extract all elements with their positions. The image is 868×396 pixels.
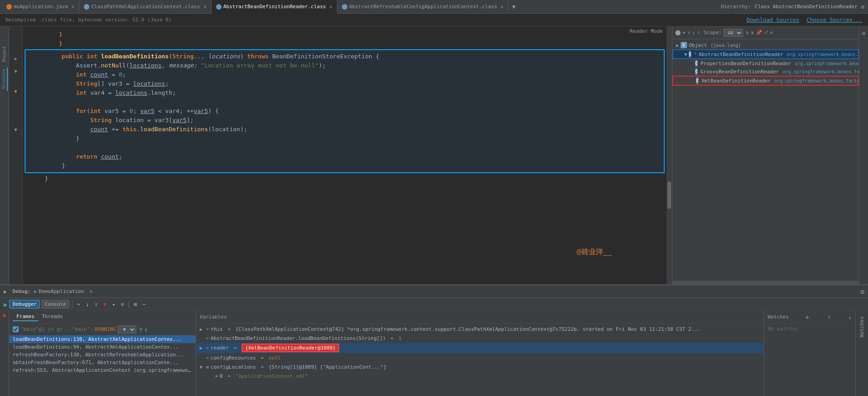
frame-item[interactable]: loadBeanDefinitions:130, AbstractXmlAppl… — [9, 335, 196, 343]
tree-package: org.springframework.beans.factor... — [783, 69, 859, 74]
expand-watches-icon[interactable]: ⇑ — [827, 314, 831, 320]
var-name: configLocations — [211, 364, 256, 370]
code-line: Assert.notNull(locations, message: "Loca… — [26, 61, 664, 70]
frames-tab[interactable]: Frames — [13, 313, 38, 321]
pin-icon[interactable]: 📌 — [756, 30, 762, 36]
expand-panel-icon[interactable]: ⤢ — [764, 30, 768, 36]
code-scrollbar[interactable] — [666, 26, 672, 284]
code-line — [26, 143, 664, 152]
expand-all-icon[interactable]: ⇑ — [697, 30, 700, 36]
tree-package: (java.lang) — [711, 43, 741, 48]
variables-header: Variables — [196, 311, 764, 324]
expand-icon: ▶ — [200, 327, 204, 332]
line-number — [26, 39, 45, 48]
console-tab[interactable]: Console — [41, 300, 69, 309]
scope-select[interactable]: All — [723, 29, 743, 37]
tab-moApplication[interactable]: moApplication.java ✕ — [2, 0, 79, 14]
watches-side-label[interactable]: Watches — [858, 313, 866, 341]
thread-checkbox[interactable] — [13, 326, 19, 332]
tree-label: Object — [689, 42, 707, 48]
choose-sources-button[interactable]: Choose Sources... — [806, 17, 863, 23]
expand-down-icon[interactable]: ↓ — [692, 30, 695, 36]
debugger-tab[interactable]: Debugger — [9, 300, 40, 309]
var-item-reader[interactable]: ▶ = reader = {XmlBeanDefinitionReader@10… — [196, 343, 764, 353]
sort-icon[interactable]: ↕ — [145, 326, 148, 333]
tab-ClassPathXml[interactable]: ClassPathXmlApplicationContext.class ✕ — [79, 0, 211, 14]
locate-icon[interactable]: ⬤ — [675, 30, 681, 36]
tab-dropdown[interactable]: ▼ — [508, 4, 519, 10]
tree-item-groovy-bean[interactable]: C GroovyBeanDefinitionReader org.springf… — [672, 67, 859, 76]
download-sources-button[interactable]: Download Sources — [747, 17, 800, 23]
settings-icon[interactable]: ⚙ — [861, 4, 864, 10]
more-icon[interactable]: ⋯ — [140, 300, 147, 309]
code-editor[interactable]: Reader Mode } } public int loadBeanDefin… — [23, 26, 666, 284]
line-number — [29, 134, 47, 143]
debug-resume-icon[interactable]: ▶ — [4, 288, 7, 295]
filter-icon[interactable]: ▽ — [139, 326, 142, 333]
close-panel-icon[interactable]: ✕ — [770, 30, 773, 36]
frame-item[interactable]: refresh:553, AbstractApplicationContext … — [9, 366, 196, 374]
thread-name: "main"@1 in gr..."main": — [21, 326, 93, 332]
step-out-icon[interactable]: ↑ — [93, 300, 99, 309]
add-watch-icon[interactable]: + — [806, 314, 809, 321]
close-icon[interactable]: ✕ — [501, 4, 503, 9]
tab-AbstractRefreshable[interactable]: AbstractRefreshableConfigApplicationCont… — [337, 0, 509, 14]
settings-gear-icon[interactable]: ⚙ — [862, 30, 865, 36]
variables-title-label: Variables — [200, 314, 227, 320]
step-over-icon[interactable]: ↷ — [75, 300, 82, 309]
frame-item[interactable]: obtainFreshBeanFactory:671, AbstractAppl… — [9, 359, 196, 366]
evaluate-icon[interactable]: ✦ — [110, 300, 117, 309]
run-icon[interactable]: ▶ — [4, 301, 7, 308]
expand-icon[interactable]: ↑ — [687, 30, 691, 36]
debug-settings-icon[interactable]: ⚙ — [861, 288, 864, 295]
frame-item[interactable]: loadBeanDefinitions:94, AbstractXmlAppli… — [9, 343, 196, 351]
collapse-icon3[interactable]: ▼ — [12, 126, 20, 133]
line-text: count += this.loadBeanDefinitions(locati… — [47, 125, 660, 134]
run-cursor-icon[interactable]: ▼ — [101, 300, 108, 309]
debug-right-icons: ⚙ — [861, 288, 864, 295]
class-icon: C — [681, 42, 687, 48]
var-item-this[interactable]: ▶ = this = {ClassPathXmlApplicationConte… — [196, 324, 764, 334]
expand-icon: ▼ — [200, 365, 204, 370]
tree-item-xml-bean[interactable]: C XmlBeanDefinitionReader org.springfram… — [672, 76, 859, 86]
var-item-configresources[interactable]: = configResources = null — [196, 353, 764, 362]
debug-toolbar: ▶ Debugger Console ↷ ↓ ↑ ▼ ✦ ⊙ ⊞ ⋯ — [0, 298, 868, 311]
scrollbar-thumb[interactable] — [667, 181, 671, 209]
project-sidebar-icon[interactable]: Project — [1, 45, 7, 64]
refresh-icon[interactable]: ↻ — [746, 30, 749, 36]
collapse-icon[interactable]: ▼ — [12, 67, 20, 75]
var-eq: = — [231, 345, 240, 351]
tree-item-object[interactable]: ▶ C Object (java.lang) — [672, 41, 859, 49]
step-into-icon[interactable]: ↓ — [84, 300, 91, 309]
tree-item-abstract-bean-def[interactable]: ▼ C * AbstractBeanDefinitionReader org.s… — [672, 49, 859, 59]
structure-sidebar-icon[interactable]: Structure — [1, 67, 8, 91]
sort-icon[interactable]: ⇅ — [751, 30, 754, 36]
line-text: return count; — [47, 152, 660, 161]
close-icon[interactable]: ✕ — [72, 4, 74, 9]
close-session-icon[interactable]: ✕ — [89, 288, 93, 294]
line-number — [29, 125, 47, 134]
threads-tab[interactable]: Threads — [38, 313, 67, 321]
tab-AbstractBeanDef[interactable]: AbstractBeanDefinitionReader.class ✕ — [212, 0, 337, 14]
close-icon[interactable]: ✕ — [204, 4, 207, 9]
session-icon[interactable]: ▶ — [34, 289, 37, 294]
line-text: int var4 = locations.length; — [47, 88, 660, 98]
tree-item-properties-bean[interactable]: C PropertiesBeanDefinitionReader org.spr… — [672, 59, 859, 67]
var-item-loadbeandefs[interactable]: = AbstractBeanDefinitionReader.loadBeanD… — [196, 334, 764, 343]
expand-icon — [691, 61, 693, 66]
close-icon[interactable]: ✕ — [330, 4, 332, 9]
collapse-icon2[interactable]: ▼ — [12, 87, 20, 95]
frame-list: loadBeanDefinitions:130, AbstractXmlAppl… — [9, 335, 196, 396]
trace-icon[interactable]: ⊙ — [119, 300, 126, 309]
frame-item[interactable]: refreshBeanFactory:130, AbstractRefresha… — [9, 351, 196, 359]
collapse-watches-icon[interactable]: ⇓ — [848, 314, 852, 320]
info-bar: Decompiled .class file, bytecode version… — [0, 14, 868, 26]
thread-dropdown[interactable]: ▼ — [118, 325, 136, 334]
stop-icon[interactable]: ■ — [2, 313, 7, 318]
tree-label: AbstractBeanDefinitionReader — [698, 51, 783, 57]
filter-icon[interactable]: ✶ — [682, 30, 686, 36]
var-item-configlocations[interactable]: ▼ ≡ configLocations = {String[1]@1089} [… — [196, 362, 764, 371]
frames-icon[interactable]: ⊞ — [132, 300, 139, 309]
var-item-configlocations-0[interactable]: = 0 = "ApplicationContext.xml" — [196, 371, 764, 381]
watches-panel: Watches + ⇑ ⇓ No watches — [764, 311, 855, 396]
